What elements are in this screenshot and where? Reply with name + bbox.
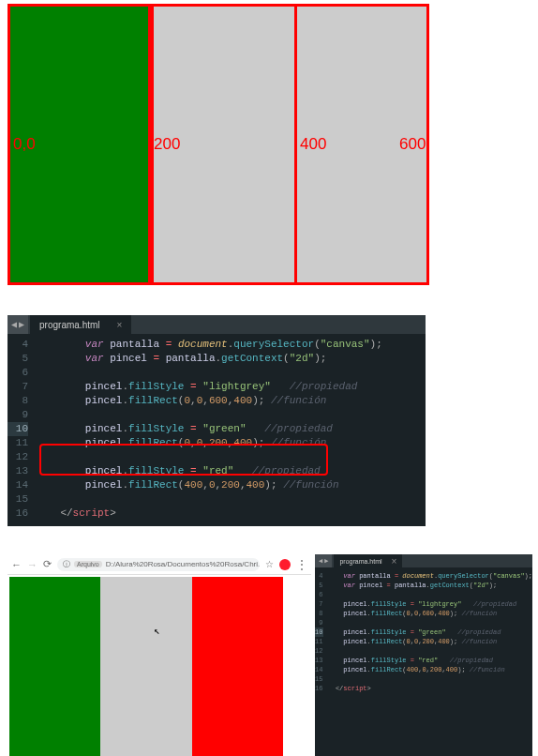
forward-icon[interactable]: → [27, 559, 37, 570]
tab-label: programa.html [39, 320, 99, 330]
rendered-red [192, 577, 283, 756]
nav-arrows[interactable]: ◀ ▶ [315, 554, 332, 567]
browser-toolbar: ← → ⟳ ⓘ Arquivo D:/Alura%20Rosa/Document… [7, 554, 311, 575]
url-chip: Arquivo [74, 561, 102, 567]
nav-back-icon[interactable]: ◀ [11, 319, 17, 330]
tab-programa[interactable]: programa.html × [334, 554, 402, 567]
bookmark-icon[interactable]: ☆ [265, 559, 274, 569]
coord-label-0: 0,0 [13, 135, 36, 154]
url-bar[interactable]: ⓘ Arquivo D:/Alura%20Rosa/Documentos%20R… [57, 558, 260, 571]
canvas-diagram: 0,0 200 400 600 [7, 4, 429, 285]
info-icon: ⓘ [63, 559, 70, 569]
menu-icon[interactable]: ⋮ [296, 561, 307, 568]
tab-programa[interactable]: programa.html × [30, 315, 131, 334]
code-area[interactable]: 45678910111213141516 var pantalla = docu… [7, 334, 426, 526]
line-gutter: 45678910111213141516 [7, 338, 36, 521]
bottom-panels: ← → ⟳ ⓘ Arquivo D:/Alura%20Rosa/Document… [7, 554, 534, 756]
editor-tabbar: ◀ ▶ programa.html × [315, 554, 532, 567]
code-editor-main: ◀ ▶ programa.html × 45678910111213141516… [7, 315, 426, 526]
canvas-output: ↖ [9, 577, 283, 756]
nav-fwd-icon[interactable]: ▶ [324, 557, 328, 565]
coord-label-400: 400 [300, 135, 326, 154]
coord-label-200: 200 [154, 135, 180, 154]
code-content[interactable]: var pantalla = document.querySelector("c… [328, 571, 532, 693]
editor-tabbar: ◀ ▶ programa.html × [7, 315, 426, 334]
divider-400 [294, 4, 297, 285]
code-content[interactable]: var pantalla = document.querySelector("c… [36, 338, 426, 521]
close-icon[interactable]: × [117, 320, 123, 330]
close-icon[interactable]: × [392, 556, 397, 567]
code-area[interactable]: 45678910111213141516 var pantalla = docu… [315, 567, 532, 699]
red-outline [7, 4, 429, 285]
coord-label-600: 600 [399, 135, 426, 154]
nav-fwd-icon[interactable]: ▶ [19, 319, 24, 330]
mouse-cursor-icon: ↖ [154, 625, 160, 637]
browser-window: ← → ⟳ ⓘ Arquivo D:/Alura%20Rosa/Document… [7, 554, 311, 756]
nav-back-icon[interactable]: ◀ [319, 557, 322, 565]
nav-arrows[interactable]: ◀ ▶ [7, 315, 28, 334]
line-gutter: 45678910111213141516 [315, 571, 328, 693]
reload-icon[interactable]: ⟳ [43, 558, 52, 570]
back-icon[interactable]: ← [11, 559, 22, 570]
tab-label: programa.html [339, 558, 381, 565]
rendered-green [9, 577, 100, 756]
opera-icon[interactable] [279, 559, 291, 570]
code-editor-small: ◀ ▶ programa.html × 45678910111213141516… [315, 554, 532, 756]
url-text: D:/Alura%20Rosa/Documentos%20Rosa/Chri..… [106, 560, 260, 568]
